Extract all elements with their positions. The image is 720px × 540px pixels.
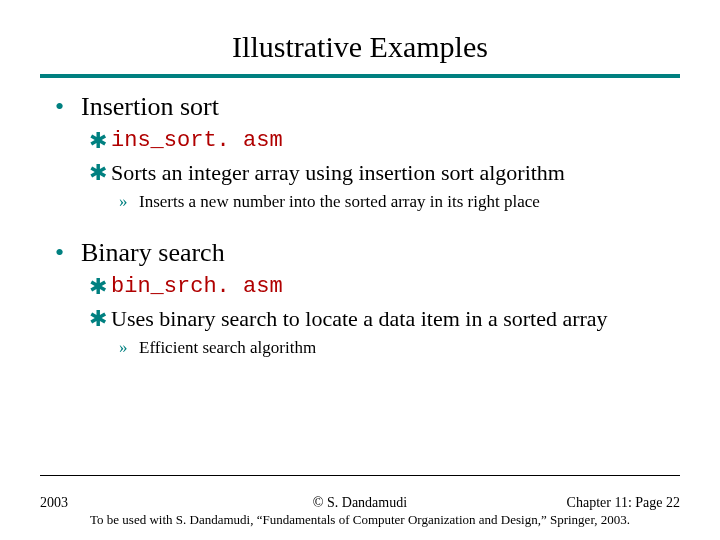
list-item: ✱ Uses binary search to locate a data it…	[89, 306, 665, 332]
star-icon: ✱	[89, 128, 111, 154]
item-text: Uses binary search to locate a data item…	[111, 306, 608, 332]
footer-year: 2003	[40, 495, 253, 511]
raquo-icon: »	[119, 191, 139, 212]
list-item: ✱ bin_srch. asm	[89, 274, 665, 300]
section-1-heading: Insertion sort	[81, 92, 219, 122]
section-2-heading: Binary search	[81, 238, 225, 268]
slide: Illustrative Examples • Insertion sort ✱…	[0, 0, 720, 540]
footer: 2003 © S. Dandamudi Chapter 11: Page 22 …	[40, 495, 680, 528]
star-icon: ✱	[89, 160, 111, 186]
list-item: ✱ Sorts an integer array using insertion…	[89, 160, 665, 186]
subitem-text: Inserts a new number into the sorted arr…	[139, 191, 540, 212]
bullet-icon: •	[55, 238, 81, 268]
footer-rule	[40, 475, 680, 476]
footer-copyright: © S. Dandamudi	[253, 495, 466, 511]
star-icon: ✱	[89, 274, 111, 300]
star-icon: ✱	[89, 306, 111, 332]
footer-subtitle: To be used with S. Dandamudi, “Fundament…	[40, 512, 680, 528]
slide-title: Illustrative Examples	[0, 0, 720, 70]
code-filename: bin_srch. asm	[111, 274, 283, 300]
content-area: • Insertion sort ✱ ins_sort. asm ✱ Sorts…	[55, 92, 665, 358]
item-text: Sorts an integer array using insertion s…	[111, 160, 565, 186]
list-item: ✱ ins_sort. asm	[89, 128, 665, 154]
sub-list-item: » Efficient search algorithm	[119, 337, 665, 358]
section-1-heading-row: • Insertion sort	[55, 92, 665, 122]
subitem-text: Efficient search algorithm	[139, 337, 316, 358]
title-underline	[40, 74, 680, 78]
code-filename: ins_sort. asm	[111, 128, 283, 154]
raquo-icon: »	[119, 337, 139, 358]
section-2-heading-row: • Binary search	[55, 238, 665, 268]
footer-page: Chapter 11: Page 22	[467, 495, 680, 511]
sub-list-item: » Inserts a new number into the sorted a…	[119, 191, 665, 212]
bullet-icon: •	[55, 92, 81, 122]
footer-row: 2003 © S. Dandamudi Chapter 11: Page 22	[40, 495, 680, 511]
